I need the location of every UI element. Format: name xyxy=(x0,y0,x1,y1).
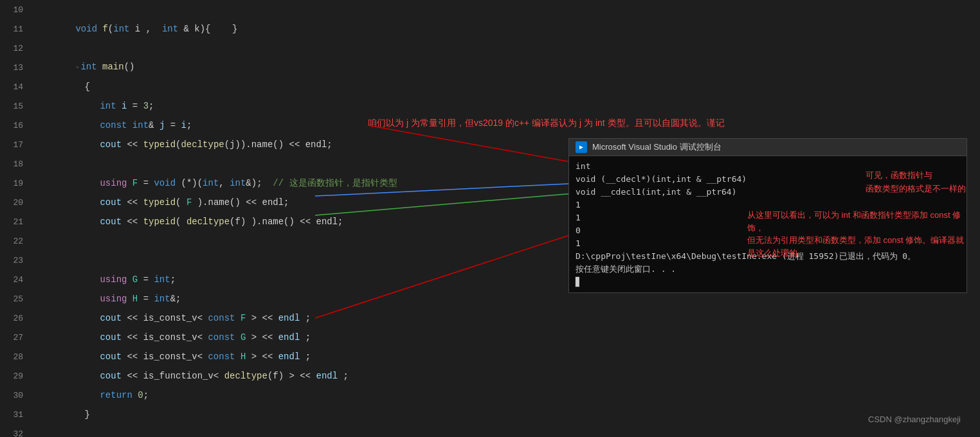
watermark: CSDN @zhangzhangkeji xyxy=(868,415,961,424)
line-num-29: 29 xyxy=(0,371,32,381)
line-num-18: 18 xyxy=(0,159,32,169)
code-line-11: 11 void f(int i , int & k){ } xyxy=(0,19,980,39)
line-num-13: 13 xyxy=(0,63,32,73)
console-line-10: 按任意键关闭此窗口. . . xyxy=(576,263,960,276)
console-titlebar: ▶ Microsoft Visual Studio 调试控制台 xyxy=(569,139,966,156)
line-num-27: 27 xyxy=(0,333,32,343)
line-num-17: 17 xyxy=(0,140,32,150)
line-num-14: 14 xyxy=(0,82,32,92)
line-num-31: 31 xyxy=(0,410,32,420)
line-num-32: 32 xyxy=(0,429,32,438)
line-num-25: 25 xyxy=(0,294,32,304)
annotation-1: 咱们以为 j 为常量引用，但vs2019 的c++ 编译器认为 j 为 int … xyxy=(368,118,725,129)
line-num-26: 26 xyxy=(0,314,32,323)
line-num-28: 28 xyxy=(0,352,32,362)
code-line-30: 30 return 0; xyxy=(0,386,980,405)
vs-icon: ▶ xyxy=(576,141,587,153)
line-num-12: 12 xyxy=(0,44,32,53)
line-num-15: 15 xyxy=(0,102,32,111)
console-cursor: ▊ xyxy=(576,276,960,289)
line-num-10: 10 xyxy=(0,5,32,15)
line-num-22: 22 xyxy=(0,236,32,246)
annotation-const: 从这里可以看出，可以为 int 和函数指针类型添加 const 修饰， 但无法为… xyxy=(747,209,966,259)
annotation-pointer-type: 可见，函数指针与 函数类型的格式是不一样的 xyxy=(866,169,966,196)
console-title: Microsoft Visual Studio 调试控制台 xyxy=(592,141,721,153)
code-line-32: 32 xyxy=(0,424,980,437)
line-num-11: 11 xyxy=(0,24,32,34)
line-num-19: 19 xyxy=(0,179,32,188)
code-line-12: 12 xyxy=(0,39,980,58)
line-num-24: 24 xyxy=(0,275,32,285)
line-num-20: 20 xyxy=(0,198,32,208)
code-line-13: 13 ▫int main() xyxy=(0,58,980,77)
line-num-16: 16 xyxy=(0,121,32,130)
line-num-30: 30 xyxy=(0,391,32,400)
line-num-23: 23 xyxy=(0,256,32,265)
code-line-31: 31 } xyxy=(0,405,980,424)
line-num-21: 21 xyxy=(0,217,32,227)
